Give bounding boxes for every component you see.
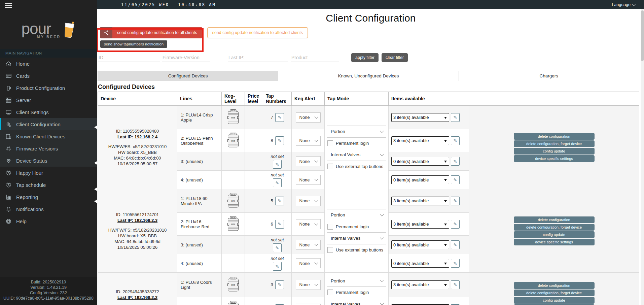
- send-config-affected-button[interactable]: send config update notification to affec…: [207, 27, 308, 38]
- sidebar-item-tap-schedule[interactable]: Tap schedule: [0, 179, 97, 191]
- keg-alert-select[interactable]: None: [296, 240, 321, 250]
- keg-alert-select[interactable]: None: [296, 258, 321, 268]
- permanent-login-checkbox[interactable]: [327, 140, 333, 146]
- external-tap-buttons-checkbox[interactable]: [327, 164, 333, 169]
- filter-id-input[interactable]: [98, 54, 160, 62]
- items-available-select[interactable]: 3 item(s) available: [391, 220, 449, 229]
- items-available-select[interactable]: 3 item(s) available: [391, 280, 449, 289]
- items-available-select[interactable]: 0 item(s) available: [391, 259, 449, 268]
- device-specific-settings-button[interactable]: device specific settings: [514, 239, 595, 245]
- edit-items-button[interactable]: ✎: [451, 220, 460, 229]
- tap-number-value: 6: [271, 222, 273, 227]
- config-update-button[interactable]: config update: [514, 148, 595, 155]
- vertical-scrollbar[interactable]: [641, 9, 644, 305]
- sidebar-item-client-settings[interactable]: Client Settings: [0, 106, 97, 118]
- col-actions: [469, 92, 639, 106]
- tab-known-unconfigured-devices[interactable]: Known, Unconfigured Devices: [278, 71, 459, 81]
- sidebar-item-known-client-devices[interactable]: Known Client Devices: [0, 130, 97, 142]
- edit-tap-number-button[interactable]: ✎: [275, 280, 284, 289]
- send-config-all-button[interactable]: send config update notification to all c…: [100, 27, 202, 38]
- items-available-select[interactable]: 0 item(s) available: [391, 175, 449, 184]
- sidebar-item-device-status[interactable]: Device Status: [0, 155, 97, 167]
- edit-items-button[interactable]: ✎: [451, 259, 460, 268]
- device-last-ip-link[interactable]: Last IP: 192.168.2.2: [117, 295, 157, 300]
- config-update-button[interactable]: config update: [514, 297, 595, 304]
- sidebar-item-cards[interactable]: Cards: [0, 70, 97, 82]
- edit-items-button[interactable]: ✎: [451, 136, 460, 145]
- filter-lastip-input[interactable]: [228, 54, 288, 62]
- edit-items-button[interactable]: ✎: [451, 157, 460, 166]
- clear-filter-button[interactable]: clear filter: [382, 53, 408, 62]
- delete-configuration-forget-device-button[interactable]: delete configuration, forget device: [514, 290, 595, 296]
- edit-items-button[interactable]: ✎: [451, 113, 460, 122]
- valves-select[interactable]: Internal Valves: [327, 298, 386, 305]
- items-available-select[interactable]: 0 item(s) available: [391, 157, 449, 166]
- filter-firmware-input[interactable]: [162, 54, 210, 62]
- sidebar-item-reporting[interactable]: Reporting: [0, 191, 97, 203]
- items-available-select[interactable]: 0 item(s) available: [391, 240, 449, 249]
- line-name-cell: 2: PLU#16 Firehouse Red: [177, 213, 222, 236]
- edit-items-button[interactable]: ✎: [451, 175, 460, 184]
- permanent-login-checkbox[interactable]: [327, 224, 333, 230]
- device-specific-settings-button[interactable]: device specific settings: [514, 155, 595, 162]
- edit-tap-number-button[interactable]: ✎: [275, 113, 284, 122]
- valves-select[interactable]: Internal Valves: [327, 149, 386, 161]
- keg-alert-select[interactable]: None: [296, 304, 321, 305]
- line-name-cell: 4: (unused): [177, 171, 222, 189]
- language-dropdown[interactable]: Language: [612, 2, 635, 7]
- edit-items-button[interactable]: ✎: [451, 280, 460, 289]
- sidebar-item-server[interactable]: Server: [0, 94, 97, 106]
- keg-alert-select[interactable]: None: [296, 112, 321, 123]
- delete-configuration-forget-device-button[interactable]: delete configuration, forget device: [514, 140, 595, 147]
- keg-alert-select[interactable]: None: [296, 136, 321, 146]
- edit-tap-number-button[interactable]: ✎: [273, 243, 282, 252]
- sidebar-item-firmware-versions[interactable]: Firmware Versions: [0, 142, 97, 155]
- sidebar-item-product-configuration[interactable]: Product Configuration: [0, 82, 97, 94]
- tap-mode-select[interactable]: Portion: [327, 209, 386, 221]
- tab-configured-devices[interactable]: Configured Devices: [98, 71, 278, 81]
- items-available-select[interactable]: 3 item(s) available: [391, 197, 449, 205]
- keg-alert-select[interactable]: None: [296, 175, 321, 185]
- keg-alert-select[interactable]: None: [296, 280, 321, 290]
- sidebar-item-home[interactable]: Home: [0, 58, 97, 70]
- tap-mode-cell: PortionPermament loginInternal ValvesUse…: [325, 106, 389, 189]
- tap-mode-select[interactable]: Portion: [327, 126, 386, 138]
- keg-alert-select[interactable]: None: [296, 156, 321, 166]
- keg-alert-select[interactable]: None: [296, 196, 321, 206]
- tab-chargers[interactable]: Chargers: [459, 71, 639, 81]
- external-tap-buttons-checkbox[interactable]: [327, 247, 333, 253]
- sidebar-item-client-configuration[interactable]: Client Configuration: [0, 118, 97, 130]
- device-last-ip-link[interactable]: Last IP: 192.168.2.4: [117, 134, 157, 140]
- sidebar-item-help[interactable]: Help: [0, 215, 97, 227]
- line-name-cell: 1: PLU#18 60 Minute IPA: [177, 189, 222, 213]
- config-update-button[interactable]: config update: [514, 231, 595, 238]
- valves-select[interactable]: Internal Valves: [327, 232, 386, 244]
- delete-configuration-button[interactable]: delete configuration: [514, 133, 595, 140]
- edit-items-button[interactable]: ✎: [451, 197, 460, 205]
- sidebar-item-happy-hour[interactable]: Happy Hour: [0, 167, 97, 179]
- keg-alert-select[interactable]: None: [296, 219, 321, 229]
- send-tapnumbers-button[interactable]: send show tapnumbers notification: [100, 40, 167, 48]
- items-available-select[interactable]: 3 item(s) available: [391, 113, 449, 122]
- delete-configuration-button[interactable]: delete configuration: [514, 282, 595, 289]
- permanent-login-checkbox[interactable]: [327, 290, 333, 295]
- scrollbar-thumb[interactable]: [641, 10, 644, 61]
- edit-tap-number-button[interactable]: ✎: [275, 197, 284, 205]
- apply-filter-button[interactable]: apply filter: [351, 53, 379, 62]
- edit-tap-number-button[interactable]: ✎: [273, 178, 282, 187]
- edit-items-button[interactable]: ✎: [451, 240, 460, 249]
- permanent-login-option: Permament login: [327, 140, 386, 146]
- hamburger-menu-icon[interactable]: [5, 3, 12, 8]
- items-available-select[interactable]: 3 item(s) available: [391, 136, 449, 145]
- delete-configuration-button[interactable]: delete configuration: [514, 216, 595, 223]
- edit-tap-number-button[interactable]: ✎: [275, 136, 284, 145]
- tap-mode-select[interactable]: Portion: [327, 275, 386, 287]
- edit-tap-number-button[interactable]: ✎: [273, 262, 282, 271]
- sidebar-item-notifications[interactable]: Notifications: [0, 203, 97, 215]
- device-mac: MAC: 64:8c:bb:04:6d:00: [98, 155, 177, 161]
- delete-configuration-forget-device-button[interactable]: delete configuration, forget device: [514, 224, 595, 231]
- filter-product-input[interactable]: [291, 54, 339, 62]
- edit-tap-number-button[interactable]: ✎: [275, 220, 284, 229]
- edit-tap-number-button[interactable]: ✎: [273, 160, 282, 169]
- device-last-ip-link[interactable]: Last IP: 192.168.2.3: [117, 217, 157, 223]
